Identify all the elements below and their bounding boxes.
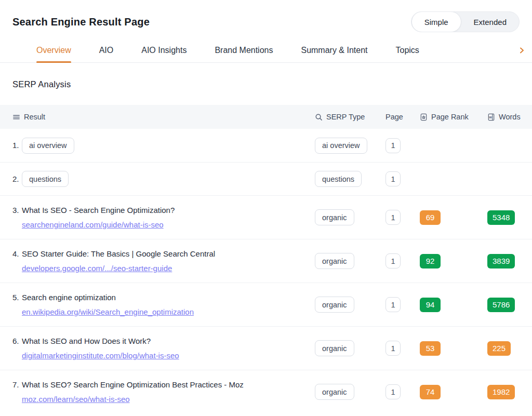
column-label-words: Words bbox=[499, 113, 521, 121]
result-cell: 5. Search engine optimization en.wikiped… bbox=[12, 292, 315, 317]
words-cell: 225 bbox=[487, 341, 522, 356]
toggle-option-simple[interactable]: Simple bbox=[411, 11, 461, 32]
result-cell: 6. What Is SEO and How Does it Work? dig… bbox=[12, 336, 315, 361]
row-number: 6. bbox=[12, 336, 22, 347]
column-label-page: Page bbox=[385, 113, 403, 121]
result-cell: 3. What Is SEO - Search Engine Optimizat… bbox=[12, 205, 315, 230]
page-title: Search Engine Result Page bbox=[12, 16, 150, 28]
top-bar: Search Engine Result Page SimpleExtended bbox=[0, 0, 532, 33]
result-text: SEO Starter Guide: The Basics | Google S… bbox=[22, 248, 215, 274]
page-chip: 1 bbox=[385, 138, 401, 153]
page-cell: 1 bbox=[385, 138, 420, 153]
tab-list: OverviewAIOAIO InsightsBrand MentionsSum… bbox=[36, 41, 520, 62]
table-row: 6. What Is SEO and How Does it Work? dig… bbox=[0, 326, 532, 370]
serp-type-cell: organic bbox=[315, 340, 385, 356]
column-header-words[interactable]: w Words bbox=[487, 113, 522, 121]
serp-type-chip: organic bbox=[315, 253, 354, 269]
table-row: 5. Search engine optimization en.wikiped… bbox=[0, 283, 532, 326]
row-number: 7. bbox=[12, 379, 22, 391]
column-header-page-rank[interactable]: Page Rank bbox=[420, 113, 487, 121]
table-body: 1. ai overview ai overview 1 2. question… bbox=[0, 129, 532, 413]
page-cell: 1 bbox=[385, 341, 420, 356]
result-cell: 1. ai overview bbox=[12, 138, 315, 154]
serp-type-chip: organic bbox=[315, 340, 354, 356]
column-header-result[interactable]: Result bbox=[12, 113, 315, 121]
result-title: What Is SEO - Search Engine Optimization… bbox=[22, 205, 175, 216]
words-badge: 225 bbox=[487, 341, 511, 356]
tab-topics[interactable]: Topics bbox=[396, 41, 419, 62]
page-chip: 1 bbox=[385, 210, 401, 225]
chevron-right-icon[interactable] bbox=[516, 45, 527, 56]
page-cell: 1 bbox=[385, 253, 420, 269]
words-cell: 5786 bbox=[487, 298, 522, 312]
tab-aio[interactable]: AIO bbox=[99, 41, 114, 62]
table-header: Result SERP Type Page Page Rank w Words bbox=[0, 105, 532, 129]
tab-bar: OverviewAIOAIO InsightsBrand MentionsSum… bbox=[0, 41, 532, 63]
page-rank-cell: 69 bbox=[420, 210, 487, 225]
page: Search Engine Result Page SimpleExtended… bbox=[0, 0, 532, 416]
view-mode-toggle: SimpleExtended bbox=[411, 11, 520, 32]
row-number: 4. bbox=[12, 248, 22, 260]
row-number: 3. bbox=[12, 205, 22, 216]
page-chip: 1 bbox=[385, 253, 401, 269]
result-url-link[interactable]: developers.google.com/.../seo-starter-gu… bbox=[22, 263, 172, 274]
result-url-link[interactable]: digitalmarketinginstitute.com/blog/what-… bbox=[22, 351, 179, 361]
result-cell: 7. What Is SEO? Search Engine Optimizati… bbox=[12, 379, 315, 405]
column-header-page[interactable]: Page bbox=[385, 113, 420, 121]
result-cell: 4. SEO Starter Guide: The Basics | Googl… bbox=[12, 248, 315, 274]
row-number: 2. bbox=[12, 173, 22, 185]
serp-type-cell: organic bbox=[315, 297, 385, 313]
tab-overview[interactable]: Overview bbox=[36, 41, 71, 62]
page-cell: 1 bbox=[385, 210, 420, 225]
section-title: SERP Analysis bbox=[12, 79, 520, 89]
serp-type-cell: organic bbox=[315, 209, 385, 225]
result-url-link[interactable]: searchengineland.com/guide/what-is-seo bbox=[22, 220, 164, 230]
search-icon bbox=[315, 113, 323, 121]
result-text: Search engine optimization en.wikipedia.… bbox=[22, 292, 194, 317]
page-cell: 1 bbox=[385, 297, 420, 312]
tab-brand-mentions[interactable]: Brand Mentions bbox=[215, 41, 273, 62]
words-badge: 3839 bbox=[487, 254, 515, 269]
result-url-link[interactable]: en.wikipedia.org/wiki/Search_engine_opti… bbox=[22, 307, 194, 317]
words-cell: 3839 bbox=[487, 254, 522, 269]
page-chip: 1 bbox=[385, 297, 401, 312]
svg-text:w: w bbox=[488, 115, 492, 118]
page-rank-cell: 53 bbox=[420, 341, 487, 356]
page-rank-badge: 69 bbox=[420, 210, 441, 225]
serp-type-chip: organic bbox=[315, 209, 354, 225]
words-badge: 5786 bbox=[487, 298, 515, 312]
column-header-serp-type[interactable]: SERP Type bbox=[315, 113, 385, 121]
result-title: SEO Starter Guide: The Basics | Google S… bbox=[22, 248, 215, 260]
words-icon: w bbox=[487, 113, 495, 121]
result-text: What Is SEO? Search Engine Optimization … bbox=[22, 379, 244, 405]
page-chip: 1 bbox=[385, 384, 401, 399]
row-number: 5. bbox=[12, 292, 22, 303]
page-cell: 1 bbox=[385, 171, 420, 186]
serp-type-chip: questions bbox=[315, 171, 362, 187]
words-cell: 1982 bbox=[487, 385, 522, 399]
tab-aio-insights[interactable]: AIO Insights bbox=[141, 41, 187, 62]
serp-table: Result SERP Type Page Page Rank w Words … bbox=[0, 105, 532, 413]
column-label-page-rank: Page Rank bbox=[431, 113, 469, 121]
serp-type-cell: organic bbox=[315, 253, 385, 269]
page-cell: 1 bbox=[385, 384, 420, 399]
serp-type-cell: organic bbox=[315, 384, 385, 400]
column-label-result: Result bbox=[24, 113, 45, 121]
table-row: 4. SEO Starter Guide: The Basics | Googl… bbox=[0, 239, 532, 283]
result-url-link[interactable]: moz.com/learn/seo/what-is-seo bbox=[22, 394, 130, 405]
serp-type-cell: ai overview bbox=[315, 138, 385, 154]
page-rank-cell: 92 bbox=[420, 254, 487, 269]
serp-type-chip: organic bbox=[315, 297, 354, 313]
result-title: Search engine optimization bbox=[22, 292, 194, 303]
page-rank-badge: 53 bbox=[420, 341, 441, 356]
result-type-chip: ai overview bbox=[22, 138, 74, 154]
table-row: 2. questions questions 1 bbox=[0, 162, 532, 195]
column-label-serp-type: SERP Type bbox=[326, 113, 365, 121]
table-row: 1. ai overview ai overview 1 bbox=[0, 129, 532, 162]
tab-summary-intent[interactable]: Summary & Intent bbox=[301, 41, 367, 62]
page-rank-badge: 74 bbox=[420, 385, 441, 399]
page-rank-cell: 94 bbox=[420, 298, 487, 312]
toggle-option-extended[interactable]: Extended bbox=[461, 11, 519, 32]
result-text: What Is SEO - Search Engine Optimization… bbox=[22, 205, 175, 230]
words-badge: 5348 bbox=[487, 210, 515, 225]
